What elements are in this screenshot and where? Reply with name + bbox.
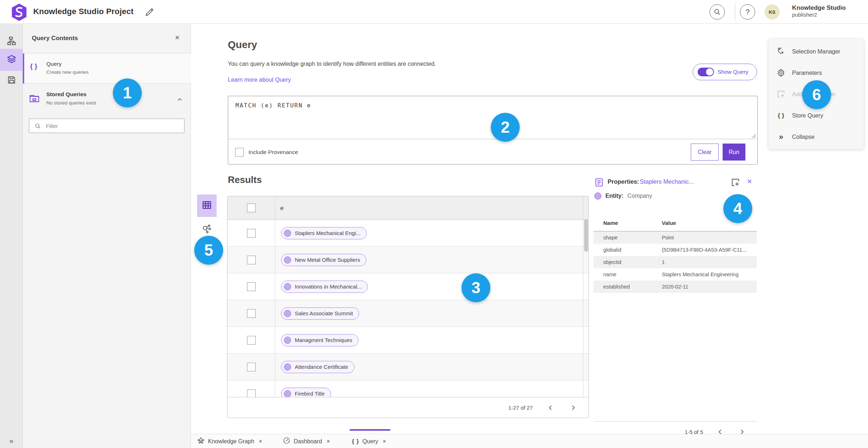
tab-label: Query xyxy=(362,438,378,445)
avatar[interactable]: KS xyxy=(765,4,780,20)
prev-page-icon[interactable] xyxy=(546,403,555,412)
table-row[interactable]: Attendance Certificate xyxy=(227,354,588,380)
tab-query[interactable]: { } Query ✕ xyxy=(352,434,386,448)
tab-dashboard[interactable]: Dashboard ✕ xyxy=(283,434,330,448)
property-name: shape xyxy=(593,235,662,240)
entity-pill[interactable]: Firebird Title xyxy=(281,388,331,398)
double-chevron-right-icon: » xyxy=(9,437,13,445)
properties-entity-link[interactable]: Staplers Mechanic... xyxy=(640,178,694,185)
graph-view-button[interactable] xyxy=(201,223,212,234)
menu-item-selection-manager[interactable]: Selection Manager xyxy=(769,41,864,62)
include-provenance-label: Include Provenance xyxy=(248,149,298,155)
braces-icon: { } xyxy=(776,112,786,119)
table-row[interactable]: Managment Techniques xyxy=(227,327,588,354)
property-name: name xyxy=(593,272,662,277)
double-chevron-right-icon: » xyxy=(776,132,786,142)
query-text-input[interactable]: MATCH (e) RETURN e xyxy=(235,102,311,109)
active-tab-indicator xyxy=(350,429,390,431)
row-checkbox[interactable] xyxy=(247,309,256,318)
selection-manager-icon xyxy=(776,47,786,56)
chevron-up-icon[interactable] xyxy=(176,96,183,105)
table-row[interactable]: Staplers Mechanical Engi... xyxy=(227,220,588,247)
entity-dot-icon xyxy=(594,192,601,200)
entity-type-row: Entity: Company xyxy=(594,192,652,200)
search-icon xyxy=(34,123,41,129)
property-row[interactable]: established 2020-02-11 xyxy=(593,281,757,293)
row-checkbox[interactable] xyxy=(247,389,256,398)
layers-rail-button[interactable] xyxy=(0,49,23,71)
run-button[interactable]: Run xyxy=(723,144,745,161)
header-divider xyxy=(735,4,735,20)
results-page-range: 1-27 of 27 xyxy=(508,405,533,411)
table-row[interactable]: Firebird Title xyxy=(227,380,588,398)
close-properties-icon[interactable]: ✕ xyxy=(747,178,752,185)
select-all-checkbox[interactable] xyxy=(247,204,256,212)
row-checkbox[interactable] xyxy=(247,336,256,345)
filter-input[interactable] xyxy=(46,119,182,132)
close-tab-icon[interactable]: ✕ xyxy=(258,439,263,444)
toggle-switch[interactable] xyxy=(698,68,714,76)
table-row[interactable]: New Metal Office Suppliers xyxy=(227,247,588,273)
table-row[interactable]: Innovations in Mechanical... xyxy=(227,273,588,300)
results-scrollbar-thumb[interactable] xyxy=(584,219,588,252)
property-row[interactable]: name Staplers Mechanical Engineering xyxy=(593,268,757,281)
entity-pill-label: Innovations in Mechanical... xyxy=(295,283,362,290)
save-rail-button[interactable] xyxy=(0,69,23,91)
callout-badge-3: 3 xyxy=(461,273,490,302)
entity-pill[interactable]: Sales Associate Summit xyxy=(281,307,359,320)
entity-pill-label: Managment Techniques xyxy=(295,337,352,343)
sidebar-item-query[interactable]: { } Query Create new queries xyxy=(23,54,191,84)
search-button[interactable] xyxy=(710,4,725,20)
edit-title-icon[interactable] xyxy=(145,7,155,17)
row-checkbox[interactable] xyxy=(247,363,256,371)
entity-pill[interactable]: Managment Techniques xyxy=(281,334,358,346)
query-item-label: Query xyxy=(46,61,61,67)
table-view-button[interactable] xyxy=(197,195,217,217)
help-button[interactable]: ? xyxy=(740,4,755,20)
user-menu[interactable]: Knowledge Studio publisher2 xyxy=(792,4,846,18)
property-row[interactable]: shape Point xyxy=(593,231,757,244)
close-tab-icon[interactable]: ✕ xyxy=(325,439,330,444)
add-to-selection-icon[interactable] xyxy=(731,178,740,189)
table-row[interactable]: Sales Associate Summit xyxy=(227,300,588,327)
include-provenance-option[interactable]: Include Provenance xyxy=(235,148,298,157)
menu-item-collapse[interactable]: » Collapse xyxy=(769,126,864,148)
knowledge-graph-icon xyxy=(197,437,205,446)
filter-field xyxy=(29,119,184,133)
results-table-header: e xyxy=(227,196,588,220)
expand-rail-button[interactable]: » xyxy=(0,437,23,445)
property-row[interactable]: objectid 1 xyxy=(593,256,757,268)
column-header-e: e xyxy=(275,205,284,212)
property-name: established xyxy=(593,284,662,290)
entity-pill-label: Staplers Mechanical Engi... xyxy=(295,230,361,236)
entity-pill[interactable]: Staplers Mechanical Engi... xyxy=(281,227,367,239)
include-provenance-checkbox[interactable] xyxy=(235,148,244,157)
show-query-label: Show Query xyxy=(718,69,748,75)
entity-dot-icon xyxy=(284,310,291,317)
props-column-name: Name xyxy=(593,220,662,231)
row-checkbox[interactable] xyxy=(247,256,256,264)
stored-queries-sublabel: No stored queries exist xyxy=(46,100,96,106)
entity-pill[interactable]: Attendance Certificate xyxy=(281,361,354,373)
next-page-icon[interactable] xyxy=(568,403,578,412)
row-checkbox[interactable] xyxy=(247,229,256,238)
show-query-toggle[interactable]: Show Query xyxy=(693,64,757,80)
sidebar-item-stored-queries[interactable]: Stored Queries No stored queries exist xyxy=(23,87,191,114)
results-pagination: 1-27 of 27 xyxy=(227,397,588,418)
property-row[interactable]: globalid {5D9B4713-F98D-4A53-A59F-C11... xyxy=(593,244,757,256)
menu-item-label: Collapse xyxy=(792,134,814,140)
main-content: Query You can query a knowledge graph to… xyxy=(191,24,868,448)
learn-more-link[interactable]: Learn more about Query xyxy=(228,77,291,83)
entity-pill[interactable]: Innovations in Mechanical... xyxy=(281,281,368,293)
results-table-body: Staplers Mechanical Engi... New Metal Of… xyxy=(227,220,588,398)
callout-badge-2: 2 xyxy=(491,113,520,142)
tab-knowledge-graph[interactable]: Knowledge Graph ✕ xyxy=(197,434,263,448)
user-role: publisher2 xyxy=(792,12,846,18)
close-tab-icon[interactable]: ✕ xyxy=(381,439,386,444)
entity-pill[interactable]: New Metal Office Suppliers xyxy=(281,254,366,266)
row-checkbox[interactable] xyxy=(247,282,256,291)
close-panel-icon[interactable]: ✕ xyxy=(175,34,180,42)
clear-button[interactable]: Clear xyxy=(691,144,719,161)
hierarchy-icon xyxy=(7,36,17,47)
add-to-selection-icon xyxy=(776,90,786,99)
